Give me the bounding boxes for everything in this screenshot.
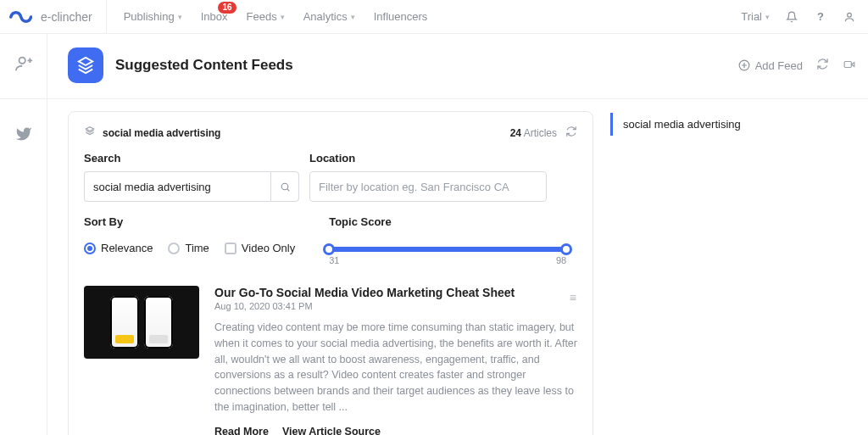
inbox-badge: 16 <box>218 2 236 14</box>
columns: social media advertising 24 Articles Sea… <box>68 111 856 435</box>
card-refresh-icon[interactable] <box>565 125 577 140</box>
brand-text: e-clincher <box>41 10 92 24</box>
nav-influencers-label: Influencers <box>374 10 428 23</box>
video-icon[interactable] <box>843 59 856 73</box>
nav-analytics[interactable]: Analytics ▾ <box>303 10 355 23</box>
article-title[interactable]: Our Go-To Social Media Video Marketing C… <box>214 286 577 299</box>
article-excerpt: Creating video content may be more time … <box>214 320 577 415</box>
app-body: Suggested Content Feeds Add Feed <box>0 34 868 435</box>
feed-tab-active[interactable]: social media advertising <box>610 113 856 136</box>
search-icon <box>280 181 291 192</box>
search-input[interactable] <box>84 171 270 202</box>
read-more-link[interactable]: Read More <box>214 426 269 436</box>
page-title: Suggested Content Feeds <box>115 57 293 74</box>
slider-thumb-min[interactable] <box>323 243 335 255</box>
logo[interactable]: e-clincher <box>8 0 107 34</box>
help-icon[interactable]: ? <box>814 10 827 24</box>
phone-mock-icon <box>144 296 173 349</box>
user-icon[interactable] <box>843 10 856 24</box>
chevron-down-icon: ▾ <box>351 13 355 21</box>
page-icon <box>68 47 103 83</box>
article-date: Aug 10, 2020 03:41 PM <box>214 301 577 311</box>
header-right: Trial ▾ ? <box>741 10 856 24</box>
sort-radios: Relevance Time Video Only <box>84 242 295 254</box>
location-input[interactable] <box>309 171 547 202</box>
nav-inbox[interactable]: Inbox 16 <box>201 10 228 23</box>
radio-relevance[interactable]: Relevance <box>84 242 153 254</box>
svg-rect-3 <box>844 61 851 67</box>
score-col: Topic Score 31 98 <box>329 215 566 265</box>
score-max: 98 <box>556 255 566 265</box>
search-col: Search <box>84 152 299 202</box>
nav-publishing[interactable]: Publishing ▾ <box>124 10 182 23</box>
search-wrap <box>84 171 299 202</box>
page-head: Suggested Content Feeds Add Feed <box>68 47 856 83</box>
nav-publishing-label: Publishing <box>124 10 175 23</box>
search-label: Search <box>84 152 299 165</box>
sort-row: Sort By Relevance Time <box>84 215 577 265</box>
nav-feeds[interactable]: Feeds ▾ <box>247 10 285 23</box>
feed-card: social media advertising 24 Articles Sea… <box>68 111 593 435</box>
bell-icon[interactable] <box>785 10 798 24</box>
slider-track <box>329 247 566 252</box>
twitter-icon[interactable] <box>14 125 33 143</box>
trial-label: Trial <box>741 10 762 23</box>
filter-row: Search Location <box>84 152 577 202</box>
card-head: social media advertising 24 Articles <box>84 125 577 140</box>
main-content: Suggested Content Feeds Add Feed <box>47 34 868 435</box>
phone-mock-icon <box>110 296 139 349</box>
radio-dot-icon <box>168 243 180 254</box>
trial-menu[interactable]: Trial ▾ <box>741 10 770 23</box>
feed-name: social media advertising <box>103 127 220 139</box>
logo-mark-icon <box>8 8 32 25</box>
article-more-icon[interactable]: ≡ <box>570 291 577 304</box>
page-actions: Add Feed <box>738 58 856 73</box>
radio-relevance-label: Relevance <box>101 242 153 254</box>
add-profile-icon[interactable] <box>14 54 33 73</box>
divider <box>47 98 868 99</box>
app-header: e-clincher Publishing ▾ Inbox 16 Feeds ▾… <box>0 0 868 34</box>
score-label: Topic Score <box>329 215 566 228</box>
chevron-down-icon: ▾ <box>765 13 770 21</box>
location-col: Location <box>309 152 547 202</box>
article-item: ≡ Our Go-To Social Media Video Marketing… <box>84 281 577 435</box>
chevron-down-icon: ▾ <box>178 13 182 21</box>
slider-labels: 31 98 <box>329 255 566 265</box>
left-sidebar <box>0 34 47 435</box>
score-slider[interactable]: 31 98 <box>329 235 566 265</box>
refresh-icon[interactable] <box>816 58 829 73</box>
add-feed-label: Add Feed <box>755 59 803 72</box>
score-min: 31 <box>329 255 339 265</box>
slider-thumb-max[interactable] <box>560 243 572 255</box>
nav-influencers[interactable]: Influencers <box>374 10 428 23</box>
check-video-only[interactable]: Video Only <box>225 242 295 254</box>
sort-label: Sort By <box>84 215 295 228</box>
sidebar-divider <box>0 98 47 99</box>
right-column: social media advertising <box>610 111 856 136</box>
sort-col: Sort By Relevance Time <box>84 215 295 265</box>
svg-point-1 <box>19 58 25 64</box>
location-label: Location <box>309 152 547 165</box>
layers-icon <box>84 125 96 140</box>
article-links: Read More View Article Source <box>214 426 577 436</box>
view-source-link[interactable]: View Article Source <box>282 426 381 436</box>
nav-feeds-label: Feeds <box>247 10 277 23</box>
article-count: 24 <box>510 127 521 139</box>
radio-time[interactable]: Time <box>168 242 209 254</box>
card-head-right: 24 Articles <box>510 125 577 140</box>
article-body: ≡ Our Go-To Social Media Video Marketing… <box>214 286 577 435</box>
main-nav: Publishing ▾ Inbox 16 Feeds ▾ Analytics … <box>124 10 428 23</box>
chevron-down-icon: ▾ <box>281 13 285 21</box>
add-feed-button[interactable]: Add Feed <box>738 59 803 72</box>
svg-point-0 <box>848 13 852 17</box>
radio-dot-icon <box>84 243 96 254</box>
search-button[interactable] <box>270 171 299 202</box>
svg-point-4 <box>281 183 288 190</box>
article-count-label: Articles <box>524 127 557 139</box>
nav-analytics-label: Analytics <box>303 10 348 23</box>
radio-time-label: Time <box>185 242 209 254</box>
check-video-label: Video Only <box>242 242 295 254</box>
checkbox-icon <box>225 243 236 254</box>
article-thumbnail[interactable] <box>84 286 199 359</box>
